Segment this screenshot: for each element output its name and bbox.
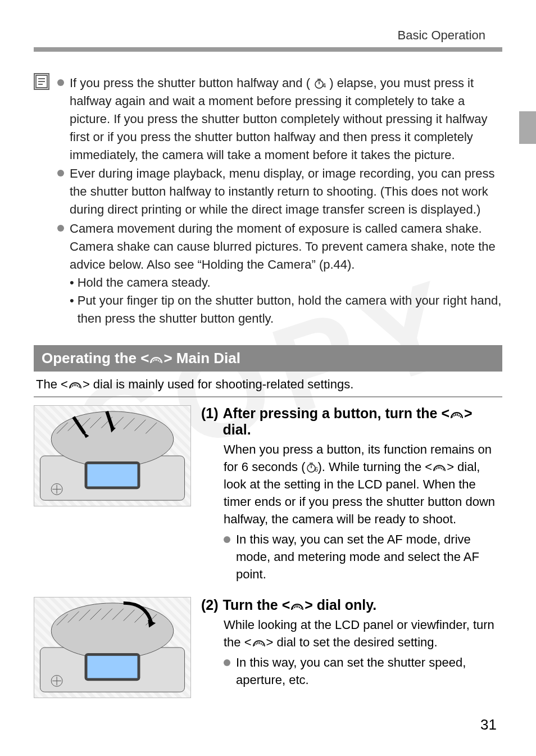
note-item: If you press the shutter button halfway … [57,74,502,164]
timer-6-icon: 6 [306,460,318,472]
note-text: Camera movement during the moment of exp… [70,221,496,271]
note-block: If you press the shutter button halfway … [34,74,502,328]
main-dial-icon [290,598,305,607]
note-text: Ever during image playback, menu display… [70,165,502,219]
note-item: Ever during image playback, menu display… [57,165,502,219]
note-icon [34,73,49,90]
main-dial-icon [68,378,83,387]
section-header: Basic Operation [34,28,502,43]
bullet-icon [224,536,230,543]
note-subitem: •Put your finger tip on the shutter butt… [70,292,502,328]
step-heading: (1) After pressing a button, turn the <>… [201,405,502,438]
bullet-icon [57,170,64,176]
step-bullet-text: In this way, you can set the shutter spe… [236,654,502,689]
svg-point-29 [51,603,174,659]
step-bullet: In this way, you can set the shutter spe… [224,654,502,689]
step-row: (1) After pressing a button, turn the <>… [34,405,502,583]
step-number: (1) [201,405,219,438]
main-dial-icon [149,351,163,360]
main-dial-icon [252,635,266,644]
svg-text:4: 4 [322,82,326,89]
step-heading: (2) Turn the <> dial only. [201,597,502,613]
step-body: While looking at the LCD panel or viewfi… [201,617,502,689]
bullet-icon [57,225,64,232]
page-edge-tab [519,111,536,144]
bullet-icon [224,659,230,666]
step-bullet-text: In this way, you can set the AF mode, dr… [236,531,502,583]
note-subitem: •Hold the camera steady. [70,274,502,292]
note-text-pre: If you press the shutter button halfway … [70,76,310,90]
svg-point-9 [51,411,174,467]
svg-rect-40 [88,656,138,678]
timer-4-icon: 4 [314,76,326,87]
section-divider [34,396,502,397]
section-title: Operating the <> Main Dial [34,345,502,372]
header-divider [34,47,502,52]
main-dial-icon [432,460,447,469]
note-item: Camera movement during the moment of exp… [57,220,502,327]
step-number: (2) [201,597,219,613]
note-subtext: Put your finger tip on the shutter butto… [78,292,502,328]
step-body: When you press a button, its function re… [201,441,502,583]
bullet-icon [57,79,64,86]
camera-illustration [34,405,191,506]
page-number: 31 [480,716,497,734]
step-bullet: In this way, you can set the AF mode, dr… [224,531,502,583]
section-intro: The <> dial is mainly used for shooting-… [34,377,502,396]
camera-illustration [34,597,191,698]
step-row: (2) Turn the <> dial only. While looking… [34,597,502,698]
main-dial-icon [449,406,464,415]
note-subtext: Hold the camera steady. [78,274,211,292]
svg-rect-20 [88,464,138,487]
